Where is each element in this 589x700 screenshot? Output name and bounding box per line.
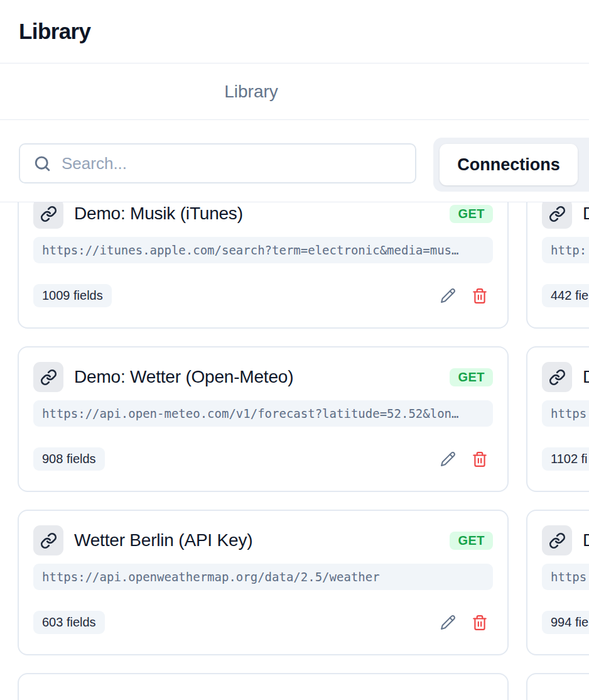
connections-list: Demo: Musik (iTunes) GET https://itunes.… xyxy=(0,202,589,700)
connection-card[interactable]: D http: 442 fie xyxy=(526,202,589,329)
card-header: Demo: Musik (iTunes) GET xyxy=(33,202,493,229)
fields-count-badge: 1102 fi xyxy=(542,447,589,471)
card-footer: 442 fie xyxy=(542,284,589,307)
connection-url: https xyxy=(542,400,589,427)
delete-button[interactable] xyxy=(472,615,488,631)
link-icon xyxy=(33,362,63,392)
link-icon xyxy=(542,525,572,555)
fields-count-badge: 994 fie xyxy=(542,611,589,634)
fields-count-badge: 442 fie xyxy=(542,284,589,307)
connection-card-partial[interactable] xyxy=(526,673,589,700)
page-header: Library xyxy=(0,0,589,63)
card-header: D xyxy=(542,202,589,229)
connections-tab-group: Connections xyxy=(433,138,589,192)
tabs-bar: Library xyxy=(0,63,589,120)
connection-card[interactable]: Demo: Wetter (Open-Meteo) GET https://ap… xyxy=(18,346,509,492)
fields-count-badge: 603 fields xyxy=(33,611,105,634)
link-icon xyxy=(542,202,572,229)
connections-grid: Demo: Musik (iTunes) GET https://itunes.… xyxy=(0,202,589,700)
fields-count-badge: 908 fields xyxy=(33,447,105,471)
method-badge: GET xyxy=(450,205,493,223)
link-icon xyxy=(33,202,63,229)
connection-card[interactable]: D https 1102 fi xyxy=(526,346,589,492)
connection-card[interactable]: Wetter Berlin (API Key) GET https://api.… xyxy=(18,510,509,655)
connections-button[interactable]: Connections xyxy=(440,144,578,185)
card-footer: 908 fields xyxy=(33,447,493,471)
search-box[interactable] xyxy=(19,143,416,183)
connection-title: D xyxy=(583,367,589,387)
edit-button[interactable] xyxy=(440,615,456,630)
search-input[interactable] xyxy=(62,154,405,173)
card-footer: 1009 fields xyxy=(33,284,493,307)
card-header: D xyxy=(542,525,589,555)
connection-url: http: xyxy=(542,237,589,263)
library-page: Library Library Connections Demo: Musik … xyxy=(0,0,589,700)
delete-button[interactable] xyxy=(472,288,488,304)
card-footer: 603 fields xyxy=(33,611,493,634)
card-header: D xyxy=(542,362,589,392)
connection-url: https xyxy=(542,564,589,590)
connection-card[interactable]: D https 994 fie xyxy=(526,510,589,655)
connection-title: Demo: Musik (iTunes) xyxy=(74,204,243,224)
connection-card-partial[interactable] xyxy=(18,673,509,700)
connection-title: D xyxy=(583,530,589,550)
link-icon xyxy=(33,525,63,555)
method-badge: GET xyxy=(450,532,493,550)
card-header: Demo: Wetter (Open-Meteo) GET xyxy=(33,362,493,392)
connection-url: https://api.open-meteo.com/v1/forecast?l… xyxy=(33,400,493,427)
card-footer: 1102 fi xyxy=(542,447,589,471)
connection-card[interactable]: Demo: Musik (iTunes) GET https://itunes.… xyxy=(18,202,509,329)
card-header: Wetter Berlin (API Key) GET xyxy=(33,525,493,555)
toolbar: Connections xyxy=(0,120,589,202)
tab-library[interactable]: Library xyxy=(0,82,502,102)
connection-title: D xyxy=(583,204,589,224)
method-badge: GET xyxy=(450,368,493,386)
link-icon xyxy=(542,362,572,392)
edit-button[interactable] xyxy=(440,288,456,304)
edit-button[interactable] xyxy=(440,451,456,467)
card-footer: 994 fie xyxy=(542,611,589,634)
connection-url: https://itunes.apple.com/search?term=ele… xyxy=(33,237,493,263)
fields-count-badge: 1009 fields xyxy=(33,284,112,307)
connection-title: Wetter Berlin (API Key) xyxy=(74,530,252,550)
delete-button[interactable] xyxy=(472,451,488,468)
page-title: Library xyxy=(19,19,90,44)
connection-title: Demo: Wetter (Open-Meteo) xyxy=(74,367,293,387)
search-icon xyxy=(33,154,52,173)
connection-url: https://api.openweathermap.org/data/2.5/… xyxy=(33,564,493,590)
